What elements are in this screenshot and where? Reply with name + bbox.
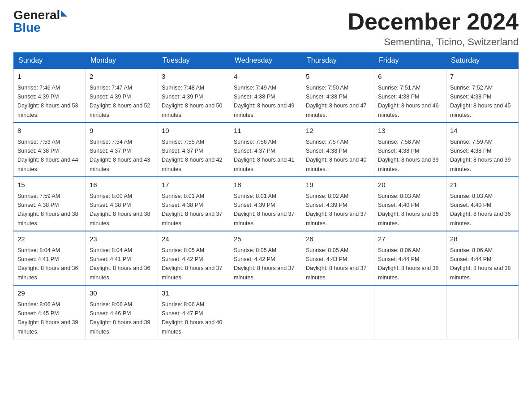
day-info: Sunrise: 8:03 AMSunset: 4:40 PMDaylight:… [378, 193, 439, 227]
calendar-cell [374, 285, 446, 339]
day-number: 26 [306, 234, 370, 244]
calendar-cell: 6Sunrise: 7:51 AMSunset: 4:38 PMDaylight… [374, 68, 446, 123]
logo: General Blue [13, 9, 67, 34]
day-number: 3 [162, 72, 226, 82]
day-number: 9 [90, 126, 154, 136]
calendar-cell: 18Sunrise: 8:01 AMSunset: 4:39 PMDayligh… [230, 177, 302, 231]
day-info: Sunrise: 7:52 AMSunset: 4:38 PMDaylight:… [450, 85, 511, 118]
location-subtitle: Sementina, Ticino, Switzerland [348, 36, 519, 48]
calendar-cell: 29Sunrise: 8:06 AMSunset: 4:45 PMDayligh… [14, 285, 86, 339]
calendar-cell: 3Sunrise: 7:48 AMSunset: 4:39 PMDaylight… [158, 68, 230, 123]
day-info: Sunrise: 7:53 AMSunset: 4:38 PMDaylight:… [17, 139, 78, 172]
calendar-cell: 7Sunrise: 7:52 AMSunset: 4:38 PMDaylight… [446, 68, 519, 123]
day-number: 11 [234, 126, 298, 136]
calendar-cell: 20Sunrise: 8:03 AMSunset: 4:40 PMDayligh… [374, 177, 446, 231]
calendar-cell: 8Sunrise: 7:53 AMSunset: 4:38 PMDaylight… [14, 123, 86, 177]
weekday-header-sunday: Sunday [14, 53, 86, 69]
calendar-cell: 22Sunrise: 8:04 AMSunset: 4:41 PMDayligh… [14, 231, 86, 285]
day-number: 29 [17, 288, 82, 299]
day-info: Sunrise: 8:02 AMSunset: 4:39 PMDaylight:… [306, 193, 367, 227]
day-info: Sunrise: 7:49 AMSunset: 4:38 PMDaylight:… [234, 85, 295, 118]
day-info: Sunrise: 7:56 AMSunset: 4:37 PMDaylight:… [234, 139, 295, 172]
calendar-cell: 21Sunrise: 8:03 AMSunset: 4:40 PMDayligh… [446, 177, 519, 231]
month-title: December 2024 [348, 9, 519, 34]
calendar-week-row: 1Sunrise: 7:46 AMSunset: 4:39 PMDaylight… [14, 68, 519, 123]
day-number: 15 [17, 180, 82, 190]
day-number: 25 [234, 234, 298, 244]
day-number: 23 [90, 234, 154, 244]
logo-blue-text: Blue [13, 21, 41, 34]
calendar-week-row: 8Sunrise: 7:53 AMSunset: 4:38 PMDaylight… [14, 123, 519, 177]
calendar-cell: 16Sunrise: 8:00 AMSunset: 4:38 PMDayligh… [86, 177, 158, 231]
day-info: Sunrise: 8:05 AMSunset: 4:42 PMDaylight:… [162, 247, 223, 281]
day-info: Sunrise: 8:03 AMSunset: 4:40 PMDaylight:… [450, 193, 511, 227]
day-number: 17 [162, 180, 226, 190]
day-info: Sunrise: 7:55 AMSunset: 4:37 PMDaylight:… [162, 139, 223, 172]
day-info: Sunrise: 7:47 AMSunset: 4:39 PMDaylight:… [90, 85, 150, 118]
day-info: Sunrise: 7:48 AMSunset: 4:39 PMDaylight:… [162, 85, 223, 118]
day-info: Sunrise: 7:57 AMSunset: 4:38 PMDaylight:… [306, 139, 367, 172]
calendar-cell: 28Sunrise: 8:06 AMSunset: 4:44 PMDayligh… [446, 231, 519, 285]
day-info: Sunrise: 7:59 AMSunset: 4:38 PMDaylight:… [450, 139, 511, 172]
day-number: 20 [378, 180, 442, 190]
calendar-cell: 2Sunrise: 7:47 AMSunset: 4:39 PMDaylight… [86, 68, 158, 123]
logo-general-text: General [13, 9, 60, 21]
day-number: 24 [162, 234, 226, 244]
day-number: 1 [17, 72, 82, 82]
calendar-cell: 19Sunrise: 8:02 AMSunset: 4:39 PMDayligh… [302, 177, 374, 231]
calendar-cell: 24Sunrise: 8:05 AMSunset: 4:42 PMDayligh… [158, 231, 230, 285]
calendar-cell: 14Sunrise: 7:59 AMSunset: 4:38 PMDayligh… [446, 123, 519, 177]
calendar-cell: 10Sunrise: 7:55 AMSunset: 4:37 PMDayligh… [158, 123, 230, 177]
day-info: Sunrise: 7:50 AMSunset: 4:38 PMDaylight:… [306, 85, 367, 118]
day-info: Sunrise: 8:06 AMSunset: 4:44 PMDaylight:… [378, 247, 439, 281]
calendar-cell: 15Sunrise: 7:59 AMSunset: 4:38 PMDayligh… [14, 177, 86, 231]
day-number: 12 [306, 126, 370, 136]
calendar-cell: 31Sunrise: 8:06 AMSunset: 4:47 PMDayligh… [158, 285, 230, 339]
day-info: Sunrise: 7:46 AMSunset: 4:39 PMDaylight:… [17, 85, 78, 118]
weekday-header-wednesday: Wednesday [230, 53, 302, 69]
day-info: Sunrise: 7:54 AMSunset: 4:37 PMDaylight:… [90, 139, 150, 172]
page-header: General Blue December 2024 Sementina, Ti… [13, 9, 519, 48]
calendar-week-row: 22Sunrise: 8:04 AMSunset: 4:41 PMDayligh… [14, 231, 519, 285]
day-info: Sunrise: 7:51 AMSunset: 4:38 PMDaylight:… [378, 85, 439, 118]
day-info: Sunrise: 8:06 AMSunset: 4:45 PMDaylight:… [17, 301, 78, 335]
day-number: 10 [162, 126, 226, 136]
calendar-cell [302, 285, 374, 339]
weekday-header-tuesday: Tuesday [158, 53, 230, 69]
day-number: 5 [306, 72, 370, 82]
calendar-cell: 5Sunrise: 7:50 AMSunset: 4:38 PMDaylight… [302, 68, 374, 123]
calendar-week-row: 29Sunrise: 8:06 AMSunset: 4:45 PMDayligh… [14, 285, 519, 339]
day-number: 6 [378, 72, 442, 82]
day-number: 28 [450, 234, 515, 244]
calendar-cell: 26Sunrise: 8:05 AMSunset: 4:43 PMDayligh… [302, 231, 374, 285]
calendar-table: SundayMondayTuesdayWednesdayThursdayFrid… [13, 52, 519, 339]
day-info: Sunrise: 8:01 AMSunset: 4:39 PMDaylight:… [234, 193, 295, 227]
day-number: 14 [450, 126, 515, 136]
logo-arrow-icon [61, 10, 67, 17]
day-info: Sunrise: 8:05 AMSunset: 4:42 PMDaylight:… [234, 247, 295, 281]
day-number: 8 [17, 126, 82, 136]
calendar-cell: 1Sunrise: 7:46 AMSunset: 4:39 PMDaylight… [14, 68, 86, 123]
calendar-cell: 27Sunrise: 8:06 AMSunset: 4:44 PMDayligh… [374, 231, 446, 285]
day-number: 27 [378, 234, 442, 244]
day-info: Sunrise: 8:06 AMSunset: 4:47 PMDaylight:… [162, 301, 223, 335]
day-number: 22 [17, 234, 82, 244]
day-number: 31 [162, 288, 226, 299]
day-number: 16 [90, 180, 154, 190]
weekday-header-row: SundayMondayTuesdayWednesdayThursdayFrid… [14, 53, 519, 69]
calendar-cell: 11Sunrise: 7:56 AMSunset: 4:37 PMDayligh… [230, 123, 302, 177]
day-info: Sunrise: 8:01 AMSunset: 4:38 PMDaylight:… [162, 193, 223, 227]
day-number: 19 [306, 180, 370, 190]
day-info: Sunrise: 8:05 AMSunset: 4:43 PMDaylight:… [306, 247, 367, 281]
day-info: Sunrise: 8:04 AMSunset: 4:41 PMDaylight:… [17, 247, 78, 281]
calendar-cell: 23Sunrise: 8:04 AMSunset: 4:41 PMDayligh… [86, 231, 158, 285]
day-info: Sunrise: 7:58 AMSunset: 4:38 PMDaylight:… [378, 139, 439, 172]
day-number: 18 [234, 180, 298, 190]
weekday-header-saturday: Saturday [446, 53, 519, 69]
calendar-cell [446, 285, 519, 339]
day-info: Sunrise: 8:06 AMSunset: 4:46 PMDaylight:… [90, 301, 150, 335]
calendar-cell: 17Sunrise: 8:01 AMSunset: 4:38 PMDayligh… [158, 177, 230, 231]
calendar-week-row: 15Sunrise: 7:59 AMSunset: 4:38 PMDayligh… [14, 177, 519, 231]
day-number: 13 [378, 126, 442, 136]
calendar-cell: 9Sunrise: 7:54 AMSunset: 4:37 PMDaylight… [86, 123, 158, 177]
